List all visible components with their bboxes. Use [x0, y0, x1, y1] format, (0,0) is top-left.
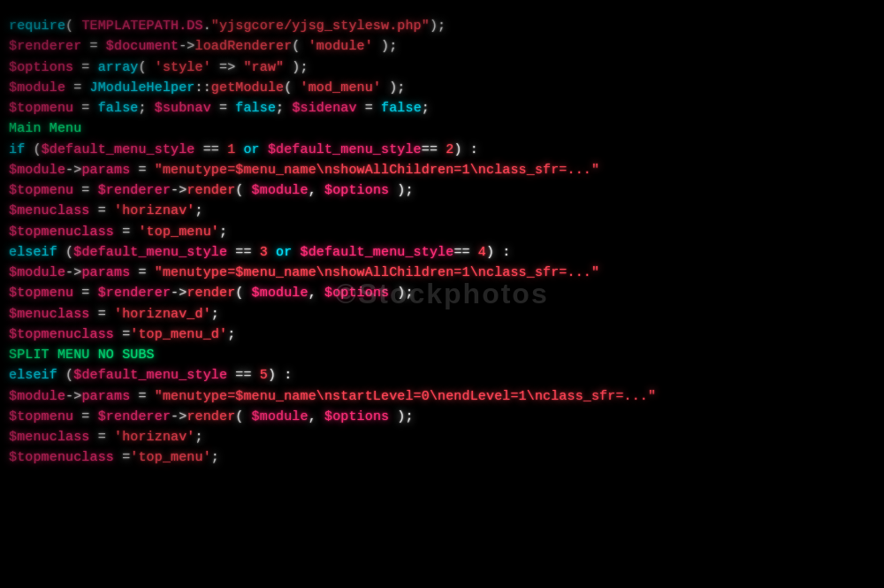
- code-token: TEMPLATEPATH.DS: [81, 19, 202, 34]
- code-token: 'mod_menu': [301, 80, 382, 95]
- code-token: ) :: [268, 368, 292, 383]
- code-line: $module->params = "menutype=$menu_name\n…: [0, 386, 884, 407]
- code-token: false: [98, 101, 139, 116]
- code-line: $module = JModuleHelper::getModule( 'mod…: [0, 78, 884, 98]
- code-line: SPLIT MENU NO SUBS: [0, 345, 884, 365]
- code-token: =: [130, 389, 154, 404]
- code-container: require( TEMPLATEPATH.DS."yjsgcore/yjsg_…: [0, 16, 884, 469]
- code-token: =: [73, 60, 97, 75]
- code-token: =: [130, 265, 154, 280]
- code-token: 'module': [309, 39, 373, 54]
- code-token: =: [81, 39, 105, 54]
- code-line: $topmenu = $renderer->render( $module, $…: [0, 180, 884, 201]
- code-token: $default_menu_style: [73, 368, 227, 383]
- code-token: loadRenderer: [195, 39, 293, 54]
- code-token: ==: [422, 142, 446, 157]
- code-token: (: [57, 368, 73, 383]
- code-line: $menuclass = 'horiznav';: [0, 201, 884, 221]
- code-token: render: [187, 409, 235, 424]
- code-token: $topmenu: [9, 409, 73, 424]
- code-token: $default_menu_style: [42, 142, 195, 157]
- code-token: "yjsgcore/yjsg_stylesw.php": [211, 19, 430, 34]
- code-token: ->: [171, 286, 187, 301]
- code-token: params: [81, 163, 130, 178]
- code-token: render: [187, 183, 235, 198]
- code-token: 1: [227, 142, 235, 157]
- code-token: JModuleHelper: [90, 80, 195, 95]
- code-token: $menuclass: [9, 430, 90, 445]
- code-token: elseif: [9, 368, 57, 383]
- code-token: (: [138, 60, 154, 75]
- code-token: (: [292, 39, 308, 54]
- code-token: $default_menu_style: [268, 142, 422, 157]
- code-token: 'top_menu': [138, 225, 219, 240]
- code-token: (: [25, 142, 41, 157]
- code-token: $subnav: [155, 101, 211, 116]
- code-line: require( TEMPLATEPATH.DS."yjsgcore/yjsg_…: [0, 16, 884, 36]
- code-display: ©Stockphotos require( TEMPLATEPATH.DS."y…: [0, 0, 884, 588]
- code-token: =: [73, 183, 97, 198]
- code-token: [90, 347, 98, 363]
- code-token: );: [389, 183, 413, 198]
- code-token: $module: [9, 80, 65, 95]
- code-token: Main Menu: [9, 121, 81, 136]
- code-token: params: [81, 389, 130, 404]
- code-token: ==: [227, 368, 260, 383]
- code-token: 4: [478, 245, 486, 260]
- code-token: NO SUBS: [98, 347, 155, 363]
- code-token: ->: [171, 183, 187, 198]
- code-token: $module: [9, 163, 65, 178]
- code-token: =>: [211, 60, 244, 75]
- code-line: $module->params = "menutype=$menu_name\n…: [0, 263, 884, 283]
- code-token: $renderer: [9, 39, 81, 54]
- code-token: $module: [252, 409, 309, 424]
- code-line: $topmenu = $renderer->render( $module, $…: [0, 283, 884, 303]
- code-line: $topmenuclass ='top_menu';: [0, 447, 884, 468]
- code-line: $options = array( 'style' => "raw" );: [0, 57, 884, 78]
- code-token: ;: [276, 101, 292, 116]
- code-token: ;: [138, 101, 154, 116]
- code-token: );: [430, 19, 446, 34]
- code-token: $options: [324, 286, 389, 301]
- code-token: ->: [171, 409, 187, 424]
- code-token: ;: [422, 101, 430, 116]
- code-token: params: [81, 265, 130, 280]
- code-token: $menuclass: [9, 203, 90, 218]
- code-token: ,: [309, 286, 324, 301]
- code-token: =: [130, 163, 154, 178]
- code-token: (: [235, 409, 251, 424]
- code-token: (: [235, 183, 251, 198]
- code-token: false: [235, 101, 276, 116]
- code-line: if ($default_menu_style == 1 or $default…: [0, 140, 884, 160]
- code-token: $topmenu: [9, 183, 73, 198]
- code-token: );: [389, 409, 413, 424]
- code-token: ) :: [453, 142, 477, 157]
- code-token: =: [65, 80, 89, 95]
- code-token: or: [268, 245, 301, 260]
- code-token: 'horiznav_d': [114, 307, 211, 322]
- code-token: $options: [9, 60, 73, 75]
- code-token: ==: [227, 245, 260, 260]
- code-line: elseif ($default_menu_style == 5) :: [0, 365, 884, 386]
- code-token: =: [114, 450, 130, 465]
- code-token: 'top_menu': [130, 450, 211, 465]
- code-token: (: [235, 286, 251, 301]
- code-token: ::: [195, 80, 211, 95]
- code-token: SPLIT MENU: [9, 347, 90, 363]
- code-token: ;: [227, 327, 235, 342]
- code-token: 'horiznav': [114, 203, 195, 218]
- code-token: );: [373, 39, 397, 54]
- code-token: render: [187, 286, 235, 301]
- code-token: $topmenuclass: [9, 450, 114, 465]
- code-token: 5: [260, 368, 268, 383]
- code-line: $topmenuclass ='top_menu_d';: [0, 325, 884, 345]
- code-line: $menuclass = 'horiznav_d';: [0, 304, 884, 325]
- blur-bottom: [0, 544, 884, 588]
- code-token: 'style': [155, 60, 211, 75]
- code-token: ;: [195, 203, 203, 218]
- code-token: (: [284, 80, 300, 95]
- code-token: ;: [211, 307, 219, 322]
- code-token: =: [73, 101, 97, 116]
- code-token: $topmenu: [9, 101, 73, 116]
- code-token: "menutype=$menu_name\nshowAllChildren=1\…: [155, 265, 599, 280]
